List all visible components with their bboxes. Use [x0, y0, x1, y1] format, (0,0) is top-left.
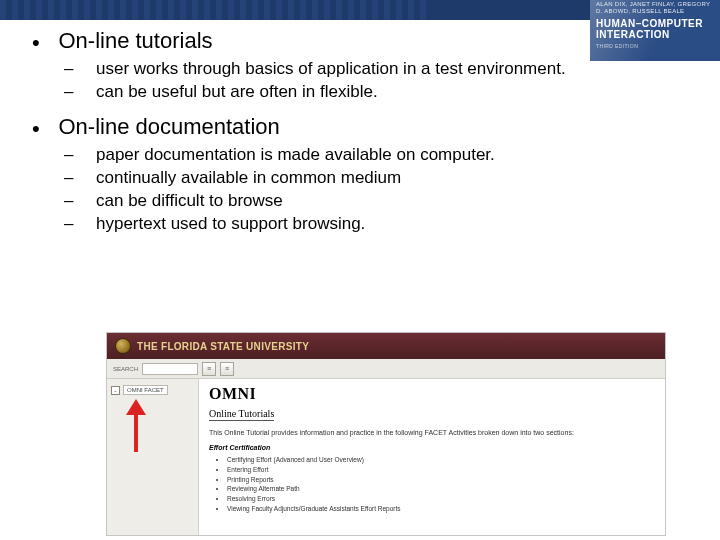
omni-title: OMNI: [209, 385, 655, 403]
bullet-label: On-line documentation: [58, 114, 279, 139]
omni-intro: This Online Tutorial provides informatio…: [209, 429, 655, 436]
effort-item: Entering Effort: [227, 465, 655, 475]
university-name: THE FLORIDA STATE UNIVERSITY: [137, 341, 309, 352]
site-header: THE FLORIDA STATE UNIVERSITY: [107, 333, 665, 359]
omni-subtitle: Online Tutorials: [209, 408, 274, 421]
tree-node[interactable]: - OMNI FACET: [111, 385, 194, 395]
toolbar-button[interactable]: ≡: [220, 362, 234, 376]
site-body: - OMNI FACET OMNI Online Tutorials This …: [107, 379, 665, 535]
search-label: SEARCH: [113, 366, 138, 372]
sub-list: paper documentation is made available on…: [80, 144, 672, 236]
toolbar-button[interactable]: ≡: [202, 362, 216, 376]
main-panel: OMNI Online Tutorials This Online Tutori…: [199, 379, 665, 535]
sub-item: can be useful but are often in flexible.: [80, 81, 672, 104]
tree-toggle-icon[interactable]: -: [111, 386, 120, 395]
sub-item: can be difficult to browse: [80, 190, 672, 213]
badge-authors: ALAN DIX, JANET FINLAY, GREGORY D. ABOWD…: [596, 1, 714, 15]
effort-list: Certifying Effort (Advanced and User Ove…: [227, 455, 655, 514]
bullet-label: On-line tutorials: [58, 28, 212, 53]
sub-item: paper documentation is made available on…: [80, 144, 672, 167]
site-toolbar: SEARCH ≡ ≡: [107, 359, 665, 379]
effort-item: Resolving Errors: [227, 494, 655, 504]
sub-list: user works through basics of application…: [80, 58, 672, 104]
annotation-arrow-icon: [121, 397, 151, 457]
bullet-item: On-line documentation paper documentatio…: [32, 114, 672, 236]
university-seal-icon: [115, 338, 131, 354]
effort-item: Certifying Effort (Advanced and User Ove…: [227, 455, 655, 465]
binary-pattern: [0, 0, 430, 20]
tree-node-label: OMNI FACET: [123, 385, 168, 395]
effort-item: Printing Reports: [227, 475, 655, 485]
sub-item: user works through basics of application…: [80, 58, 672, 81]
content: On-line tutorials user works through bas…: [32, 28, 672, 246]
effort-item: Reviewing Alternate Path: [227, 484, 655, 494]
effort-heading: Effort Certification: [209, 444, 655, 451]
sub-item: continually available in common medium: [80, 167, 672, 190]
effort-item: Viewing Faculty Adjuncts/Graduate Assist…: [227, 504, 655, 514]
slide: ALAN DIX, JANET FINLAY, GREGORY D. ABOWD…: [0, 0, 720, 540]
embedded-screenshot: THE FLORIDA STATE UNIVERSITY SEARCH ≡ ≡ …: [106, 332, 666, 536]
bullet-item: On-line tutorials user works through bas…: [32, 28, 672, 104]
sub-item: hypertext used to support browsing.: [80, 213, 672, 236]
bullet-list: On-line tutorials user works through bas…: [32, 28, 672, 236]
sidebar: - OMNI FACET: [107, 379, 199, 535]
search-input[interactable]: [142, 363, 198, 375]
